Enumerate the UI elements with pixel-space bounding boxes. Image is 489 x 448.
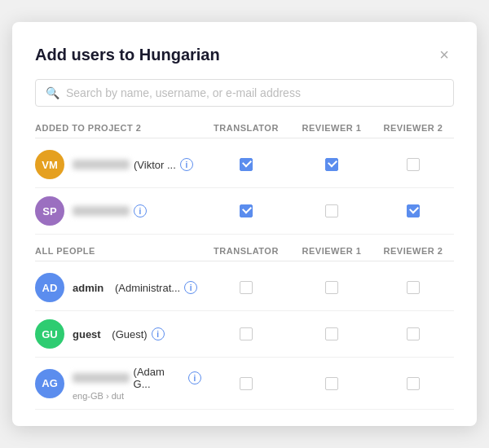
reviewer2-cell xyxy=(372,327,454,340)
user-bold-name: admin xyxy=(73,282,104,294)
user-display: (Guest) xyxy=(112,328,147,340)
reviewer1-cell xyxy=(291,281,372,294)
info-icon[interactable]: i xyxy=(134,204,147,217)
translator-checkbox[interactable] xyxy=(240,327,253,340)
reviewer1-cell xyxy=(291,158,372,171)
reviewer2-cell xyxy=(372,377,454,390)
translator-cell xyxy=(201,281,291,294)
reviewer2-cell xyxy=(372,204,454,217)
reviewer1-checkbox[interactable] xyxy=(325,377,338,390)
user-name-wrap: (Adam G... i eng-GB › dut xyxy=(73,366,201,401)
user-name-blurred xyxy=(73,373,130,383)
reviewer1-checkbox[interactable] xyxy=(325,327,338,340)
user-display: (Adam G... xyxy=(134,366,184,390)
table-row: SP i xyxy=(35,188,454,235)
user-name-line: i xyxy=(73,204,147,217)
reviewer2-cell xyxy=(372,281,454,294)
info-icon[interactable]: i xyxy=(180,158,193,171)
info-icon[interactable]: i xyxy=(152,327,165,340)
reviewer2-checkbox[interactable] xyxy=(407,377,420,390)
user-name-blurred xyxy=(73,206,130,216)
section2-header: ALL PEOPLE TRANSLATOR REVIEWER 1 REVIEWE… xyxy=(35,243,454,261)
user-name-line: (Viktor ... i xyxy=(73,158,193,171)
reviewer1-cell xyxy=(291,204,372,217)
close-button[interactable]: × xyxy=(434,45,454,64)
reviewer1-checkbox[interactable] xyxy=(325,158,338,171)
section1-label: ADDED TO PROJECT 2 xyxy=(35,123,201,133)
user-sub: eng-GB › dut xyxy=(73,391,201,401)
avatar: VM xyxy=(35,150,64,179)
user-name-wrap: (Viktor ... i xyxy=(73,158,193,171)
user-info: AD admin (Administrat... i xyxy=(35,273,201,302)
avatar: GU xyxy=(35,319,64,349)
translator-checkbox[interactable] xyxy=(240,158,253,171)
user-info: AG (Adam G... i eng-GB › dut xyxy=(35,366,201,401)
reviewer2-cell xyxy=(372,158,454,171)
info-icon[interactable]: i xyxy=(188,371,201,384)
avatar: SP xyxy=(35,196,64,226)
section1-col-reviewer1: REVIEWER 1 xyxy=(291,123,372,133)
section1-col-translator: TRANSLATOR xyxy=(201,123,291,133)
user-name-wrap: admin (Administrat... i xyxy=(73,281,197,294)
user-name-wrap: i xyxy=(73,204,147,217)
reviewer1-cell xyxy=(291,327,372,340)
section2-col-translator: TRANSLATOR xyxy=(201,246,291,256)
section2-col-reviewer2: REVIEWER 2 xyxy=(372,246,454,256)
translator-cell xyxy=(201,158,291,171)
modal-title: Add users to Hungarian xyxy=(35,46,220,64)
modal-container: Add users to Hungarian × 🔍 ADDED TO PROJ… xyxy=(12,22,477,426)
section2-col-reviewer1: REVIEWER 1 xyxy=(291,246,372,256)
translator-checkbox[interactable] xyxy=(240,204,253,217)
section2-label: ALL PEOPLE xyxy=(35,246,201,256)
added-users-list: VM (Viktor ... i SP xyxy=(35,142,454,235)
user-name-line: admin (Administrat... i xyxy=(73,281,197,294)
search-input[interactable] xyxy=(66,86,443,99)
table-row: AD admin (Administrat... i xyxy=(35,265,454,311)
user-name-blurred xyxy=(73,160,130,169)
table-row: VM (Viktor ... i xyxy=(35,142,454,188)
modal-header: Add users to Hungarian × xyxy=(35,45,454,64)
translator-cell xyxy=(201,327,291,340)
reviewer1-checkbox[interactable] xyxy=(325,281,338,294)
user-name-line: guest (Guest) i xyxy=(73,327,165,340)
section1-col-reviewer2: REVIEWER 2 xyxy=(372,123,454,133)
reviewer2-checkbox[interactable] xyxy=(407,281,420,294)
reviewer2-checkbox[interactable] xyxy=(407,158,420,171)
reviewer2-checkbox[interactable] xyxy=(407,204,420,217)
user-info: GU guest (Guest) i xyxy=(35,319,201,349)
user-info: SP i xyxy=(35,196,201,226)
translator-checkbox[interactable] xyxy=(240,281,253,294)
translator-checkbox[interactable] xyxy=(240,377,253,390)
reviewer1-cell xyxy=(291,377,372,390)
avatar: AD xyxy=(35,273,64,302)
table-row: AG (Adam G... i eng-GB › dut xyxy=(35,358,454,410)
user-name-line: (Adam G... i xyxy=(73,366,201,390)
user-bold-name: guest xyxy=(73,328,101,340)
all-users-list: AD admin (Administrat... i GU xyxy=(35,265,454,410)
avatar: AG xyxy=(35,369,64,398)
translator-cell xyxy=(201,204,291,217)
section1-header: ADDED TO PROJECT 2 TRANSLATOR REVIEWER 1… xyxy=(35,120,454,138)
user-name-wrap: guest (Guest) i xyxy=(73,327,165,340)
search-icon: 🔍 xyxy=(46,86,59,99)
user-info: VM (Viktor ... i xyxy=(35,150,201,179)
user-display: (Administrat... xyxy=(115,282,180,294)
translator-cell xyxy=(201,377,291,390)
search-box: 🔍 xyxy=(35,79,454,107)
info-icon[interactable]: i xyxy=(184,281,197,294)
table-row: GU guest (Guest) i xyxy=(35,311,454,358)
reviewer2-checkbox[interactable] xyxy=(407,327,420,340)
reviewer1-checkbox[interactable] xyxy=(325,204,338,217)
